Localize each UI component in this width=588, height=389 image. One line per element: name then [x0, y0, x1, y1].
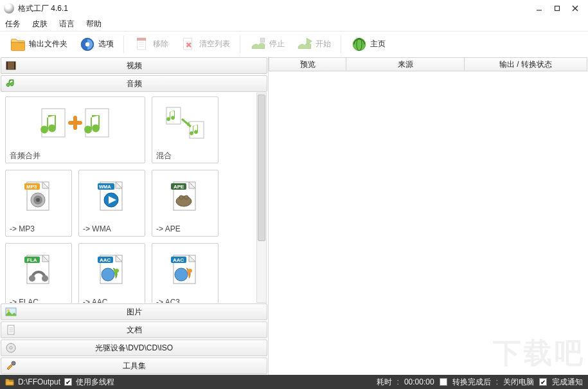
- music-note-icon: [5, 78, 17, 89]
- titlebar: 格式工厂 4.6.1: [0, 0, 588, 17]
- tile-to-mp3[interactable]: MP3 -> MP3: [5, 170, 72, 237]
- mix-icon: [163, 104, 208, 142]
- after-convert-label: 转换完成后: [452, 377, 491, 388]
- options-button[interactable]: 选项: [75, 34, 118, 55]
- svg-point-62: [188, 269, 192, 273]
- clear-list-label: 清空列表: [199, 39, 230, 50]
- maximize-button[interactable]: [548, 1, 566, 15]
- column-source[interactable]: 来源: [346, 58, 465, 71]
- category-optical[interactable]: 光驱设备\DVD\CD\ISO: [1, 339, 267, 356]
- app-icon: [4, 3, 14, 14]
- menu-task[interactable]: 任务: [5, 19, 21, 30]
- tile-audio-mix-label: 混合: [152, 149, 218, 163]
- disc-icon: [5, 342, 17, 354]
- start-label: 开始: [316, 39, 331, 50]
- checkbox-multithread[interactable]: ✔: [64, 378, 72, 386]
- column-output-status[interactable]: 输出 / 转换状态: [465, 58, 587, 71]
- svg-point-45: [176, 196, 192, 206]
- multithread-label: 使用多线程: [76, 377, 114, 388]
- start-icon: [296, 36, 313, 53]
- output-folder-button[interactable]: 输出文件夹: [5, 34, 72, 55]
- checkbox-notify[interactable]: ✔: [539, 378, 547, 386]
- ac3-icon: AAC: [167, 251, 203, 287]
- menu-help[interactable]: 帮助: [86, 19, 102, 30]
- svg-rect-28: [166, 107, 181, 124]
- category-document-label: 文档: [127, 325, 142, 336]
- svg-text:AAC: AAC: [173, 257, 184, 263]
- stop-button[interactable]: 停止: [245, 34, 289, 55]
- elapsed-value: 00:00:00: [404, 377, 434, 386]
- menu-skin[interactable]: 皮肤: [32, 19, 48, 30]
- tile-to-mp3-label: -> MP3: [6, 222, 71, 236]
- folder-icon: [10, 36, 26, 53]
- svg-rect-29: [190, 122, 204, 138]
- statusbar: D:\FFOutput ✔ 使用多线程 耗时: 00:00:00 转换完成后: …: [0, 375, 588, 389]
- tile-to-ac3-label: -> AC3: [152, 295, 218, 303]
- toolbar: 输出文件夹 选项 移除 清空列表 停止 开始 主页: [0, 31, 588, 57]
- svg-point-70: [10, 347, 12, 349]
- output-path[interactable]: D:\FFOutput: [18, 377, 60, 386]
- category-video[interactable]: 视频: [1, 57, 267, 74]
- ape-icon: APE: [167, 178, 203, 214]
- audio-scrollbar[interactable]: [256, 93, 267, 303]
- remove-icon: [134, 36, 150, 53]
- main-area: 视频 音频 音频合并: [0, 57, 588, 375]
- toolbar-separator: [123, 35, 124, 53]
- category-audio-label: 音频: [127, 78, 142, 89]
- column-preview[interactable]: 预览: [269, 58, 346, 71]
- tile-to-wma[interactable]: WMA -> WMA: [78, 170, 145, 237]
- svg-point-57: [115, 269, 119, 273]
- category-tools[interactable]: 工具集: [1, 357, 267, 374]
- svg-point-56: [102, 268, 114, 281]
- list-body[interactable]: [269, 71, 588, 375]
- category-audio[interactable]: 音频: [1, 75, 267, 92]
- category-optical-label: 光驱设备\DVD\CD\ISO: [95, 343, 173, 354]
- category-document[interactable]: 文档: [1, 321, 267, 338]
- category-video-label: 视频: [127, 60, 142, 71]
- category-tools-label: 工具集: [123, 361, 146, 372]
- svg-point-51: [29, 275, 35, 282]
- notify-label: 完成通知: [552, 377, 583, 388]
- tile-to-wma-label: -> WMA: [79, 222, 145, 236]
- options-label: 选项: [98, 39, 114, 50]
- tile-to-aac-label: -> AAC: [79, 295, 145, 303]
- home-button[interactable]: 主页: [346, 34, 390, 55]
- after-convert-value: 关闭电脑: [503, 377, 534, 388]
- svg-text:WMA: WMA: [99, 184, 111, 190]
- close-button[interactable]: [566, 1, 584, 15]
- tile-to-ac3[interactable]: AAC -> AC3: [152, 243, 218, 303]
- right-panel: 预览 来源 输出 / 转换状态: [269, 57, 588, 375]
- tile-to-ape[interactable]: APE -> APE: [152, 170, 218, 237]
- svg-rect-1: [555, 6, 560, 11]
- clear-list-button[interactable]: 清空列表: [175, 34, 235, 55]
- tools-icon: [5, 360, 17, 372]
- minimize-button[interactable]: [530, 1, 548, 15]
- category-image[interactable]: 图片: [1, 303, 267, 320]
- svg-point-61: [175, 268, 188, 281]
- svg-text:APE: APE: [174, 184, 184, 190]
- tile-audio-mix[interactable]: 混合: [152, 96, 218, 163]
- tile-to-flac[interactable]: FLA -> FLAC: [5, 243, 72, 303]
- svg-rect-7: [138, 38, 146, 40]
- remove-button[interactable]: 移除: [129, 34, 173, 55]
- mp3-icon: MP3: [21, 178, 57, 214]
- svg-point-52: [42, 275, 48, 282]
- left-panel: 视频 音频 音频合并: [0, 57, 269, 375]
- tile-audio-merge[interactable]: 音频合并: [5, 96, 145, 163]
- tile-to-aac[interactable]: AAC -> AAC: [78, 243, 145, 303]
- category-image-label: 图片: [127, 307, 142, 318]
- menu-lang[interactable]: 语言: [59, 19, 75, 30]
- wma-icon: WMA: [94, 178, 130, 214]
- remove-label: 移除: [153, 39, 168, 50]
- aac-icon: AAC: [94, 251, 130, 287]
- image-icon: [5, 306, 17, 318]
- svg-rect-23: [14, 62, 15, 69]
- output-folder-label: 输出文件夹: [29, 39, 67, 50]
- start-button[interactable]: 开始: [292, 34, 335, 55]
- checkbox-shutdown[interactable]: [440, 378, 447, 386]
- svg-point-19: [353, 38, 366, 51]
- svg-rect-17: [260, 38, 265, 42]
- svg-rect-22: [6, 62, 8, 69]
- tile-audio-merge-label: 音频合并: [6, 149, 145, 163]
- stop-label: 停止: [269, 39, 285, 50]
